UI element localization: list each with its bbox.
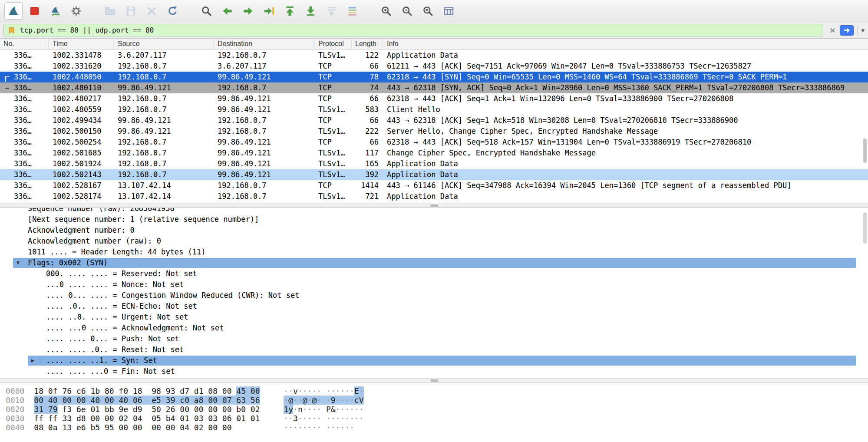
capture-options-button[interactable] [67, 2, 85, 20]
pane-splitter-top[interactable] [0, 203, 868, 208]
detail-text: Acknowledgment number (raw): 0 [0, 237, 161, 245]
filter-clear-icon[interactable]: × [827, 25, 838, 36]
column-header-time[interactable]: Time [49, 39, 114, 49]
detail-line[interactable]: .... .... ...0 = Fin: Not set [0, 366, 868, 377]
packet-list-scrollbar[interactable] [863, 139, 867, 163]
packet-row[interactable]: 336…1002.480217192.168.0.799.86.49.121TC… [0, 93, 868, 104]
hex-row[interactable]: 000018 0f 76 c6 1b 80 f0 18 98 93 d7 d1 … [6, 386, 868, 396]
detail-line[interactable]: 1011 .... = Header Length: 44 bytes (11) [0, 247, 868, 257]
packet-cell-time: 1002.500150 [49, 126, 114, 137]
detail-line[interactable]: ▶.... .... ..1. = Syn: Set [0, 355, 868, 366]
detail-line[interactable]: Acknowledgment number: 0 [0, 225, 868, 236]
detail-line[interactable]: .... .0.. .... = ECN-Echo: Not set [0, 301, 868, 312]
packet-row[interactable]: 336…1002.448050192.168.0.799.86.49.121TC… [0, 72, 868, 82]
column-header-info[interactable]: Info [383, 39, 868, 49]
packet-cell-dst: 99.86.49.121 [214, 72, 314, 82]
open-file-button[interactable] [101, 2, 119, 20]
detail-line[interactable]: ▼Flags: 0x002 (SYN) [0, 257, 868, 268]
packet-cell-src: 192.168.0.7 [114, 137, 214, 148]
zoom-in-button[interactable] [377, 2, 395, 20]
packet-row[interactable]: 336…1002.501924192.168.0.799.86.49.121TL… [0, 158, 868, 169]
packet-cell-time: 1002.500254 [49, 137, 114, 148]
filter-dropdown-button[interactable]: ▾ [857, 26, 865, 35]
go-back-button[interactable] [218, 2, 236, 20]
start-capture-button[interactable] [4, 2, 23, 20]
detail-line[interactable]: .... .... .0.. = Reset: Not set [0, 344, 868, 355]
resize-columns-button[interactable] [439, 2, 458, 20]
packet-row[interactable]: 336…1002.500254192.168.0.799.86.49.121TC… [0, 137, 868, 148]
packet-row[interactable]: 336…1002.501685192.168.0.799.86.49.121TL… [0, 148, 868, 158]
column-header-len[interactable]: Length [352, 39, 383, 49]
zoom-out-button[interactable] [398, 2, 416, 20]
packet-row[interactable]: 336…1002.52817413.107.42.14192.168.0.7TL… [0, 191, 868, 202]
filter-bookmark-icon[interactable] [7, 26, 16, 35]
detail-text: 1011 .... = Header Length: 44 bytes (11) [0, 247, 205, 256]
detail-line[interactable]: .... ...0 .... = Acknowledgment: Not set [0, 323, 868, 333]
packet-row[interactable]: 336…1002.331620192.168.0.73.6.207.117TCP… [0, 61, 868, 72]
detail-line[interactable]: Sequence number (raw): 2665041958 [0, 208, 868, 214]
packet-cell-time: 1002.448050 [49, 72, 114, 82]
column-header-no[interactable]: No. [0, 39, 49, 49]
details-scrollbar[interactable] [863, 212, 867, 244]
packet-cell-src: 192.168.0.7 [114, 104, 214, 115]
stop-capture-button[interactable] [25, 2, 43, 20]
packet-row[interactable]: 336…1002.52816713.107.42.14192.168.0.7TC… [0, 180, 868, 191]
detail-line[interactable]: 000. .... .... = Reserved: Not set [0, 268, 868, 279]
detail-line[interactable]: [Next sequence number: 1 (relative seque… [0, 214, 868, 225]
detail-line[interactable]: .... .... 0... = Push: Not set [0, 333, 868, 344]
auto-scroll-button[interactable] [322, 2, 340, 20]
reload-file-button[interactable] [163, 2, 182, 20]
find-packet-button[interactable] [197, 2, 215, 20]
packet-cell-len: 117 [352, 148, 383, 158]
packet-cell-dst: 99.86.49.121 [214, 148, 314, 158]
packet-cell-time: 1002.502143 [49, 169, 114, 180]
packet-cell-info: 443 → 62318 [SYN, ACK] Seq=0 Ack=1 Win=2… [383, 82, 868, 93]
hex-row[interactable]: 0030ff ff 33 d8 00 00 02 04 05 b4 01 03 … [6, 414, 868, 423]
detail-line[interactable]: .... 0... .... = Congestion Window Reduc… [0, 290, 868, 301]
packet-row[interactable]: 336…1002.3314783.6.207.117192.168.0.7TLS… [0, 50, 868, 61]
packet-cell-dst: 192.168.0.7 [214, 115, 314, 126]
packet-cell-info: Application Data [383, 158, 868, 169]
detail-text: .... ..0. .... = Urgent: Not set [0, 313, 188, 321]
filter-apply-button[interactable] [840, 25, 854, 36]
hex-bytes: 00 40 00 00 40 00 40 06 e5 39 c0 a8 00 0… [34, 396, 284, 405]
hex-bytes: 18 0f 76 c6 1b 80 f0 18 98 93 d7 d1 08 0… [34, 386, 284, 396]
pane-splitter-bottom[interactable] [0, 378, 868, 383]
close-file-button[interactable] [142, 2, 161, 20]
packet-cell-no: 336… [0, 148, 49, 158]
detail-line[interactable]: Acknowledgment number (raw): 0 [0, 236, 868, 247]
packet-cell-dst: 99.86.49.121 [214, 104, 314, 115]
detail-line[interactable]: ...0 .... .... = Nonce: Not set [0, 279, 868, 290]
fin-restart-icon [50, 5, 61, 17]
save-file-button[interactable] [122, 2, 140, 20]
column-header-dst[interactable]: Destination [214, 39, 314, 49]
packet-cell-time: 1002.480110 [49, 82, 114, 93]
packet-row[interactable]: 336…1002.48011099.86.49.121192.168.0.7TC… [0, 82, 868, 93]
hex-bytes: 31 79 f3 6e 01 bb 9e d9 50 26 00 00 00 0… [34, 405, 284, 414]
packet-cell-no: 336… [0, 61, 49, 72]
packet-row[interactable]: 336…1002.502143192.168.0.799.86.49.121TL… [0, 169, 868, 180]
go-to-packet-button[interactable] [260, 2, 278, 20]
detail-text: .... .... ..1. = Syn: Set [0, 356, 157, 365]
column-header-proto[interactable]: Protocol [314, 39, 352, 49]
restart-capture-button[interactable] [46, 2, 64, 20]
go-forward-button[interactable] [239, 2, 257, 20]
column-header-src[interactable]: Source [114, 39, 214, 49]
hex-row[interactable]: 004008 0a 13 e6 b5 95 00 00 00 00 04 02 … [6, 423, 868, 432]
hex-row[interactable]: 002031 79 f3 6e 01 bb 9e d9 50 26 00 00 … [6, 405, 868, 414]
zoom-reset-button[interactable] [419, 2, 437, 20]
packet-cell-len: 165 [352, 158, 383, 169]
packet-row[interactable]: 336…1002.49943499.86.49.121192.168.0.7TC… [0, 115, 868, 126]
colorize-button[interactable] [343, 2, 361, 20]
packet-cell-dst: 192.168.0.7 [214, 82, 314, 93]
go-first-button[interactable] [281, 2, 299, 20]
packet-cell-src: 13.107.42.14 [114, 180, 214, 191]
detail-line[interactable]: .... ..0. .... = Urgent: Not set [0, 312, 868, 323]
hex-offset: 0040 [6, 423, 24, 432]
hex-row[interactable]: 001000 40 00 00 40 00 40 06 e5 39 c0 a8 … [6, 396, 868, 405]
packet-row[interactable]: 336…1002.50015099.86.49.121192.168.0.7TL… [0, 126, 868, 137]
go-last-button[interactable] [301, 2, 320, 20]
packet-row[interactable]: 336…1002.480559192.168.0.799.86.49.121TL… [0, 104, 868, 115]
packet-cell-no: 336… [0, 137, 49, 148]
display-filter-input[interactable]: tcp.port == 80 || udp.port == 80 [3, 24, 823, 36]
